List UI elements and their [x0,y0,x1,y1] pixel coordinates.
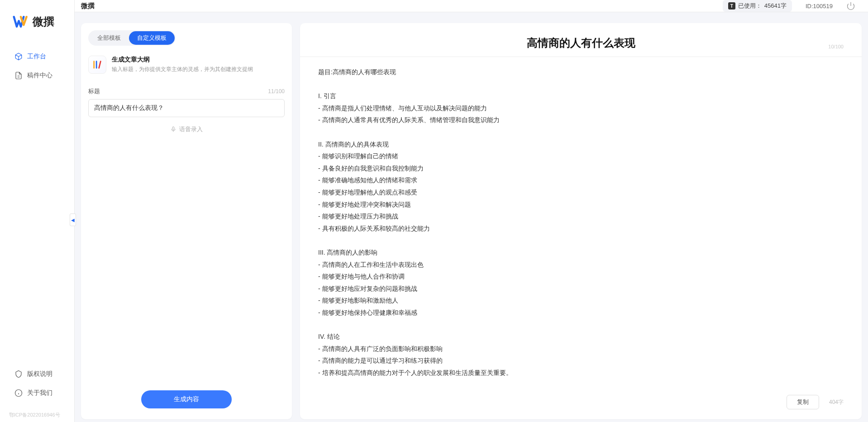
power-icon [846,1,855,10]
generate-button[interactable]: 生成内容 [141,390,232,408]
left-panel: 全部模板 自定义模板 生成文章大纲 输入标题，为你提供文章主体的灵感，并为其创建… [81,23,292,419]
template-card[interactable]: 生成文章大纲 输入标题，为你提供文章主体的灵感，并为其创建推文提纲 [81,50,292,79]
output-title-count: 10/100 [828,44,844,49]
output-body[interactable]: 题目:高情商的人有哪些表现 I. 引言 - 高情商是指人们处理情绪、与他人互动以… [300,57,862,388]
output-title: 高情商的人有什么表现 [318,36,844,50]
usage-badge[interactable]: T 已使用： 45641字 [723,0,792,12]
sidebar: 微撰 工作台 稿件中心 版权说明 关于我们 鄂ICP备2022016946号 [0,0,75,422]
microphone-icon [170,126,176,133]
usage-prefix: 已使用： [738,2,762,10]
template-icon [88,56,106,74]
nav-drafts[interactable]: 稿件中心 [9,67,74,84]
logo-text: 微撰 [33,14,54,29]
usage-value: 45641字 [764,2,787,10]
title-char-count: 11/100 [268,88,285,95]
nav-label: 稿件中心 [27,71,52,80]
title-input[interactable] [88,99,285,117]
sidebar-footer: 版权说明 关于我们 [0,365,74,409]
app-logo[interactable]: 微撰 [0,0,74,48]
nav-label: 关于我们 [27,389,52,397]
logo-icon [13,14,29,30]
nav-workspace[interactable]: 工作台 [9,48,74,65]
title-label: 标题 [88,87,100,95]
copy-button[interactable]: 复制 [787,395,819,409]
output-word-count: 404字 [829,398,844,406]
shield-icon [14,370,23,378]
nav-copyright[interactable]: 版权说明 [9,365,74,383]
power-button[interactable] [846,1,855,10]
user-id: ID:100519 [806,3,833,9]
nav-about[interactable]: 关于我们 [9,384,74,402]
output-panel: 高情商的人有什么表现 10/100 题目:高情商的人有哪些表现 I. 引言 - … [300,23,862,419]
voice-label: 语音录入 [179,125,203,133]
info-icon [14,389,23,397]
template-desc: 输入标题，为你提供文章主体的灵感，并为其创建推文提纲 [112,66,285,73]
tab-all-templates[interactable]: 全部模板 [89,31,129,45]
main-nav: 工作台 稿件中心 [0,48,74,365]
nav-label: 版权说明 [27,370,52,378]
svg-rect-4 [172,127,174,130]
template-title: 生成文章大纲 [112,56,285,64]
nav-label: 工作台 [27,52,46,61]
cube-icon [14,52,23,61]
template-tabs: 全部模板 自定义模板 [88,30,176,46]
sidebar-collapse-handle[interactable]: ◀ [70,213,76,226]
page-title: 微撰 [81,2,95,10]
topbar: 微撰 T 已使用： 45641字 ID:100519 [75,0,868,12]
document-icon [14,71,23,80]
icp-text: 鄂ICP备2022016946号 [0,409,74,422]
voice-input-button[interactable]: 语音录入 [88,117,285,142]
tab-custom-templates[interactable]: 自定义模板 [129,31,175,45]
text-count-icon: T [728,2,735,9]
